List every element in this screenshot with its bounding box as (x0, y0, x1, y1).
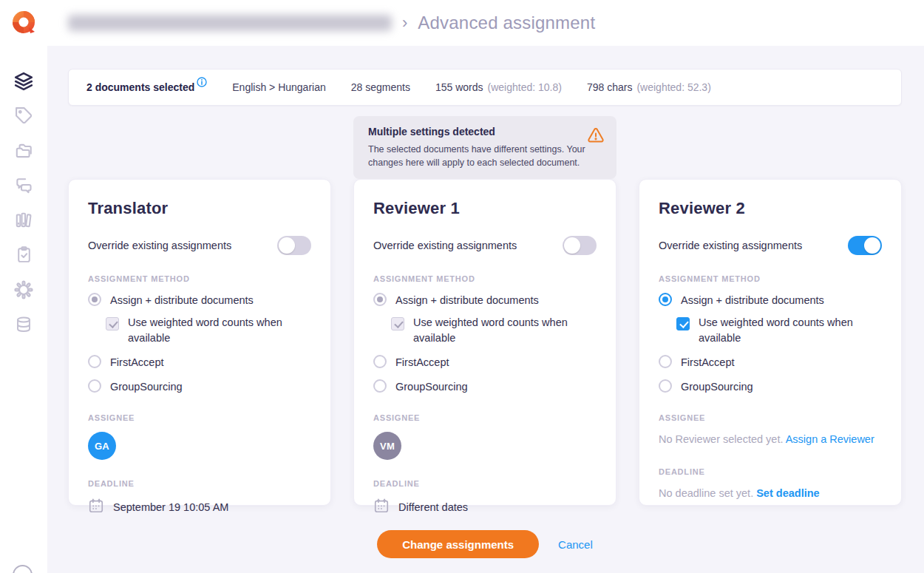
assignment-columns: Translator Override existing assignments… (68, 116, 902, 506)
sidebar-item-tasks[interactable] (0, 239, 47, 274)
radio-firstaccept (373, 355, 387, 368)
chars-weighted: (weighted: 52.3) (636, 81, 710, 93)
checkbox-weighted-counts (391, 317, 404, 330)
override-toggle[interactable] (277, 236, 311, 255)
clipboard-check-icon (15, 245, 33, 267)
deadline-label: DEADLINE (659, 467, 882, 476)
selection-summary-bar: 2 documents selected English > Hungarian… (68, 69, 902, 106)
reviewer2-card: Reviewer 2 Override existing assignments… (639, 179, 902, 506)
override-toggle[interactable] (848, 236, 882, 255)
sidebar-item-documents[interactable] (0, 65, 47, 100)
multiple-settings-warning: Multiple settings detected The selected … (353, 116, 616, 179)
reviewer1-column: Multiple settings detected The selected … (353, 116, 616, 506)
footer-actions: Change assignments Cancel (68, 530, 902, 558)
assign-reviewer-link[interactable]: Assign a Reviewer (786, 433, 874, 445)
info-icon[interactable] (197, 77, 207, 89)
warning-title: Multiple settings detected (368, 126, 603, 138)
assignment-method-label: ASSIGNMENT METHOD (88, 274, 311, 283)
assignment-method-label: ASSIGNMENT METHOD (659, 274, 882, 283)
layers-icon (14, 72, 33, 94)
breadcrumb: › Advanced assignment (68, 0, 595, 46)
radio-groupsourcing (373, 379, 387, 393)
help-icon[interactable] (13, 565, 33, 573)
language-pair: English > Hungarian (232, 81, 325, 93)
calendar-icon (373, 498, 390, 516)
deadline-value[interactable]: September 19 10:05 AM (88, 498, 311, 516)
card-title: Reviewer 2 (659, 199, 882, 218)
card-title: Reviewer 1 (373, 199, 597, 218)
app-logo[interactable] (10, 8, 38, 36)
assignee-empty-state: No Reviewer selected yet. Assign a Revie… (659, 433, 882, 445)
sidebar (0, 0, 47, 573)
deadline-empty-state: No deadline set yet. Set deadline (659, 487, 882, 499)
override-label: Override existing assignments (373, 240, 517, 251)
set-deadline-link[interactable]: Set deadline (756, 487, 819, 499)
database-icon (15, 316, 33, 336)
page-title: Advanced assignment (418, 13, 595, 33)
documents-selected: 2 documents selected (86, 81, 207, 93)
radio-firstaccept (88, 355, 101, 368)
sidebar-item-discussions[interactable] (0, 169, 47, 204)
sidebar-item-database[interactable] (0, 308, 47, 343)
radio-assign-distribute (373, 293, 387, 306)
advanced-assignment-page: › Advanced assignment (0, 0, 924, 573)
words-count: 155 words (weighted: 10.8) (435, 81, 562, 93)
deadline-value[interactable]: Different dates (373, 498, 597, 516)
radio-groupsourcing[interactable] (659, 379, 672, 393)
books-icon (14, 211, 33, 233)
chat-icon (14, 176, 33, 198)
translator-column: Translator Override existing assignments… (68, 116, 331, 506)
checkbox-weighted-counts (106, 317, 119, 330)
radio-firstaccept[interactable] (659, 355, 672, 368)
assignee-label: ASSIGNEE (88, 413, 311, 422)
reviewer2-column: Reviewer 2 Override existing assignments… (639, 116, 902, 506)
warning-body: The selected documents have different se… (368, 143, 590, 169)
q-logo-icon (13, 11, 35, 33)
deadline-label: DEADLINE (88, 479, 311, 488)
assignee-label: ASSIGNEE (659, 413, 882, 422)
gear-icon (14, 280, 33, 302)
breadcrumb-separator: › (402, 13, 407, 33)
assignee-avatar[interactable]: VM (373, 432, 401, 460)
assignment-method-label: ASSIGNMENT METHOD (373, 274, 597, 283)
override-label: Override existing assignments (88, 240, 231, 251)
sidebar-item-files[interactable] (0, 135, 47, 169)
topbar: › Advanced assignment (0, 0, 924, 46)
sidebar-item-resources[interactable] (0, 204, 47, 239)
deadline-label: DEADLINE (373, 479, 597, 488)
radio-assign-distribute (88, 293, 101, 306)
sidebar-item-tags[interactable] (0, 100, 47, 135)
assignee-avatar[interactable]: GA (88, 432, 116, 460)
main-content: 2 documents selected English > Hungarian… (47, 46, 924, 573)
sidebar-item-settings[interactable] (0, 274, 47, 308)
change-assignments-button[interactable]: Change assignments (377, 530, 539, 558)
radio-assign-distribute[interactable] (659, 293, 672, 306)
project-name-redacted[interactable] (68, 15, 392, 31)
assignee-label: ASSIGNEE (373, 413, 597, 422)
warning-triangle-icon (587, 126, 605, 147)
checkbox-weighted-counts[interactable] (676, 317, 690, 330)
override-toggle[interactable] (563, 236, 597, 255)
sidebar-nav (0, 65, 47, 343)
segments-count: 28 segments (351, 81, 410, 93)
override-label: Override existing assignments (659, 240, 802, 251)
card-title: Translator (88, 199, 311, 218)
reviewer1-card: Reviewer 1 Override existing assignments… (353, 179, 616, 506)
cancel-button[interactable]: Cancel (558, 538, 593, 551)
tag-icon (15, 106, 33, 128)
words-weighted: (weighted: 10.8) (488, 81, 562, 93)
calendar-icon (88, 498, 104, 516)
radio-groupsourcing (88, 379, 101, 393)
translator-card: Translator Override existing assignments… (68, 179, 331, 506)
chars-count: 798 chars (weighted: 52.3) (587, 81, 711, 93)
folders-icon (14, 141, 33, 163)
